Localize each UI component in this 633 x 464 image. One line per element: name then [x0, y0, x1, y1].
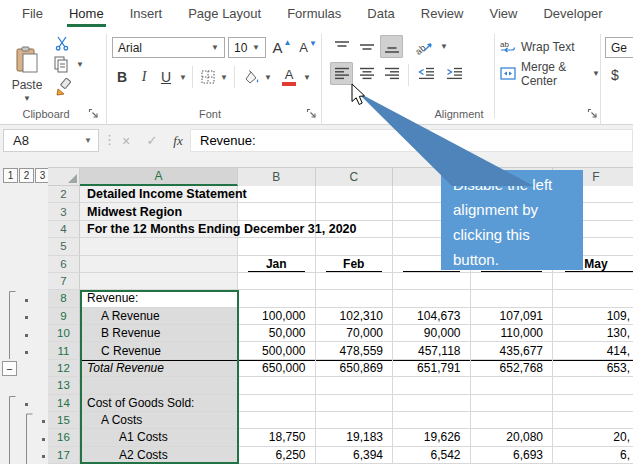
- cell[interactable]: [238, 186, 316, 203]
- cell[interactable]: 6,693: [471, 447, 554, 464]
- cell[interactable]: [316, 273, 394, 290]
- outline-level-2-button[interactable]: 2: [19, 168, 34, 183]
- cell[interactable]: 102,310: [316, 308, 394, 325]
- cell[interactable]: 651,791: [393, 360, 471, 377]
- align-bottom-button[interactable]: [380, 35, 403, 58]
- font-name-select[interactable]: Arial ▼: [112, 37, 225, 58]
- cell[interactable]: A1 Costs: [80, 429, 238, 446]
- cell[interactable]: A2 Costs: [80, 447, 238, 464]
- cell[interactable]: 70,000: [316, 325, 394, 342]
- collapse-group-button[interactable]: −: [2, 361, 17, 376]
- cell[interactable]: [553, 290, 633, 307]
- column-header[interactable]: A: [80, 167, 238, 186]
- cell[interactable]: [316, 395, 394, 412]
- tab-data[interactable]: Data: [354, 0, 407, 28]
- cancel-button[interactable]: ×: [114, 129, 138, 152]
- clipboard-dialog-launcher[interactable]: [88, 108, 100, 120]
- cell[interactable]: [316, 238, 394, 255]
- name-box[interactable]: A8 ▼: [3, 129, 99, 152]
- tab-page-layout[interactable]: Page Layout: [175, 0, 274, 28]
- chevron-down-icon[interactable]: ▼: [220, 74, 228, 82]
- merge-center-button[interactable]: Merge & Center ▼: [500, 62, 600, 85]
- grow-font-button[interactable]: A▲: [270, 35, 294, 59]
- row-header[interactable]: 17: [48, 447, 80, 464]
- cell[interactable]: 90,000: [393, 325, 471, 342]
- tab-formulas[interactable]: Formulas: [274, 0, 354, 28]
- row-header[interactable]: 15: [48, 412, 80, 429]
- cell[interactable]: [471, 395, 554, 412]
- cell[interactable]: [471, 377, 554, 394]
- cell[interactable]: 500,000: [238, 342, 316, 359]
- row-header[interactable]: 8: [48, 290, 80, 307]
- cell[interactable]: 650,869: [316, 360, 394, 377]
- cell[interactable]: [393, 395, 471, 412]
- cell[interactable]: 652,768: [471, 360, 554, 377]
- tab-developer[interactable]: Developer: [530, 0, 615, 28]
- cell[interactable]: 19,626: [393, 429, 471, 446]
- cell[interactable]: 19,183: [316, 429, 394, 446]
- chevron-down-icon[interactable]: ▼: [440, 43, 448, 51]
- cell[interactable]: 20,080: [471, 429, 554, 446]
- cell[interactable]: [393, 273, 471, 290]
- cell[interactable]: 107,091: [471, 308, 554, 325]
- cell[interactable]: 414,: [553, 342, 633, 359]
- cell[interactable]: [471, 273, 554, 290]
- cell[interactable]: [316, 290, 394, 307]
- cell[interactable]: C Revenue: [80, 342, 238, 359]
- format-painter-button[interactable]: [52, 76, 74, 98]
- row-header[interactable]: 9: [48, 308, 80, 325]
- cell[interactable]: B Revenue: [80, 325, 238, 342]
- align-center-button[interactable]: [355, 62, 378, 85]
- cell[interactable]: Feb: [316, 256, 394, 273]
- cell[interactable]: 109,: [553, 308, 633, 325]
- outline-level-1-button[interactable]: 1: [3, 168, 18, 183]
- chevron-down-icon[interactable]: ▼: [303, 74, 311, 82]
- cell[interactable]: 6,542: [393, 447, 471, 464]
- cell[interactable]: 110,000: [471, 325, 554, 342]
- cell[interactable]: Total Revenue: [80, 360, 238, 377]
- cell[interactable]: [316, 186, 394, 203]
- row-header[interactable]: 3: [48, 203, 80, 220]
- row-header[interactable]: 2: [48, 186, 80, 203]
- bold-button[interactable]: B: [112, 66, 132, 88]
- enter-button[interactable]: ✓: [140, 129, 164, 152]
- font-color-button[interactable]: A: [278, 66, 300, 88]
- chevron-down-icon[interactable]: ▼: [76, 61, 84, 69]
- cell[interactable]: [316, 203, 394, 220]
- cell[interactable]: 6,: [553, 447, 633, 464]
- cell[interactable]: [553, 273, 633, 290]
- row-header[interactable]: 5: [48, 238, 80, 255]
- row-header[interactable]: 4: [48, 221, 80, 238]
- cell[interactable]: [238, 412, 316, 429]
- alignment-dialog-launcher[interactable]: [587, 108, 599, 120]
- cell[interactable]: 478,559: [316, 342, 394, 359]
- select-all-corner[interactable]: [48, 167, 80, 186]
- paste-button[interactable]: Paste ▼: [8, 33, 46, 115]
- cell[interactable]: [393, 412, 471, 429]
- cell[interactable]: 6,250: [238, 447, 316, 464]
- cell[interactable]: A Costs: [80, 412, 238, 429]
- accounting-format-button[interactable]: $: [605, 64, 625, 86]
- cell[interactable]: Jan: [238, 256, 316, 273]
- tab-view[interactable]: View: [476, 0, 530, 28]
- cell[interactable]: 130,: [553, 325, 633, 342]
- cell[interactable]: [80, 238, 238, 255]
- cell[interactable]: [238, 203, 316, 220]
- align-right-button[interactable]: [380, 62, 403, 85]
- cell[interactable]: [553, 395, 633, 412]
- cell[interactable]: [238, 377, 316, 394]
- row-header[interactable]: 7: [48, 273, 80, 290]
- cell[interactable]: 6,394: [316, 447, 394, 464]
- cell[interactable]: 650,000: [238, 360, 316, 377]
- row-header[interactable]: 14: [48, 395, 80, 412]
- tab-home[interactable]: Home: [56, 0, 117, 28]
- chevron-down-icon[interactable]: ▼: [179, 74, 187, 82]
- row-header[interactable]: 10: [48, 325, 80, 342]
- cell[interactable]: [238, 273, 316, 290]
- cell[interactable]: [80, 256, 238, 273]
- align-top-button[interactable]: [330, 35, 353, 58]
- row-header[interactable]: 16: [48, 429, 80, 446]
- tab-insert[interactable]: Insert: [117, 0, 176, 28]
- borders-button[interactable]: [198, 66, 218, 88]
- column-header[interactable]: B: [238, 167, 316, 186]
